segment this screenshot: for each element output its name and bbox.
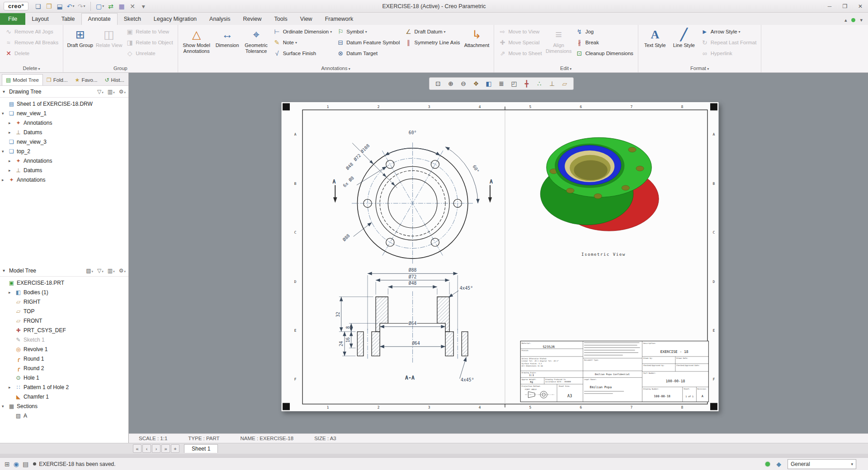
model-tree-item[interactable]: Sketch 1 [0, 335, 128, 344]
datum-feature-symbol-button[interactable]: Datum Feature Symbol [334, 37, 402, 48]
tab-model-tree[interactable]: Model Tree [2, 74, 43, 85]
format-group-label[interactable]: Format [641, 65, 759, 72]
sheet-tab[interactable]: Sheet 1 [184, 444, 218, 453]
ribbon-tab[interactable]: Sketch [118, 13, 147, 25]
zoom-out-button[interactable] [458, 79, 468, 89]
drawing-tree-filter-button[interactable] [97, 89, 104, 95]
undo-button[interactable] [66, 2, 75, 11]
display-settings-button[interactable] [117, 2, 127, 11]
ribbon-tab[interactable]: Annotate [81, 13, 118, 25]
zoom-to-box-button[interactable] [433, 79, 443, 89]
drawing-tree-item[interactable]: new_view_1 [0, 108, 128, 118]
draft-group-button[interactable]: Draft Group [66, 26, 94, 48]
ribbon-tab[interactable]: Analysis [203, 13, 237, 25]
model-tree-columns-button[interactable] [108, 268, 115, 274]
tab-history[interactable]: Hist... [101, 75, 128, 85]
geometric-tolerance-button[interactable]: Geometric Tolerance [242, 26, 271, 54]
move-to-view-button[interactable]: Move to View [496, 26, 544, 37]
drawing-tree-columns-button[interactable] [108, 89, 115, 95]
model-tree-item[interactable]: A [0, 411, 128, 420]
close-button[interactable] [853, 1, 868, 12]
model-tree-item[interactable]: EXERCISE-18.PRT [0, 278, 128, 287]
model-tree-item[interactable]: Round 2 [0, 363, 128, 373]
selection-filter-combobox[interactable]: General [788, 459, 856, 469]
section-letter[interactable]: A [490, 179, 493, 185]
move-to-sheet-button[interactable]: Move to Sheet [496, 48, 544, 59]
title-block[interactable]: Material: S235JR Finish: Unless Otherwis… [520, 341, 708, 402]
note-button[interactable]: Note [271, 37, 335, 48]
dimension-text[interactable]: Ø72 [409, 274, 417, 279]
line-style-button[interactable]: Line Style [670, 26, 698, 48]
relate-to-view-button[interactable]: Relate to View [123, 26, 175, 37]
delete-group-label[interactable]: Delete [2, 65, 61, 72]
graphics-area[interactable]: 1122334455667788AABBCCDDEEFF [129, 73, 868, 443]
dimension-text[interactable]: Ø64 [409, 321, 417, 326]
iso-view-label[interactable]: Isometric View [581, 252, 626, 257]
cleanup-dimensions-button[interactable]: Cleanup Dimensions [573, 48, 636, 59]
message-log-icon[interactable] [23, 461, 28, 468]
plane-display-toggle[interactable] [560, 79, 570, 89]
display-style-button[interactable] [484, 79, 494, 89]
minimize-ribbon-icon[interactable]: ▴ [844, 17, 847, 23]
last-sheet-button[interactable] [161, 444, 170, 453]
dimension-button[interactable]: Dimension [213, 26, 242, 48]
dimension-text[interactable]: 60° [409, 130, 417, 135]
ribbon-tab[interactable]: Legacy Migration [147, 13, 203, 25]
hyperlink-button[interactable]: Hyperlink [698, 48, 759, 59]
selection-filter-button[interactable] [90, 2, 105, 11]
delete-button[interactable]: Delete [2, 48, 61, 59]
previous-sheet-button[interactable] [142, 444, 151, 453]
dimension-text[interactable]: 24 [339, 341, 344, 347]
datum-display-filters-button[interactable] [496, 79, 506, 89]
annotations-group-label[interactable]: Annotations [180, 65, 491, 72]
drawing-tree-item[interactable]: top_2 [0, 146, 128, 156]
text-style-button[interactable]: Text Style [641, 26, 670, 48]
jog-button[interactable]: Jog [573, 26, 636, 37]
break-button[interactable]: Break [573, 37, 636, 48]
tree-expand-arrow[interactable] [9, 290, 14, 295]
web-browser-icon[interactable] [14, 461, 19, 468]
symbol-button[interactable]: Symbol [334, 26, 402, 37]
dimension-text[interactable]: 8 [345, 326, 350, 329]
section-view-label[interactable]: A-A [405, 375, 415, 381]
close-window-button[interactable] [127, 2, 137, 11]
model-tree-item[interactable]: Bodies (1) [0, 287, 128, 297]
ribbon-tab[interactable]: Framework [319, 13, 360, 25]
drawing-tree-collapse-icon[interactable] [3, 89, 9, 94]
dimension-text[interactable]: 4x45° [460, 286, 473, 291]
tree-expand-arrow[interactable] [9, 130, 14, 135]
tree-expand-arrow[interactable] [9, 159, 14, 163]
tree-expand-arrow[interactable] [9, 121, 14, 125]
draft-datum-button[interactable]: Draft Datum [402, 26, 462, 37]
repaint-button[interactable] [471, 79, 481, 89]
model-tree-show-button[interactable] [86, 268, 93, 274]
model-tree-item[interactable]: Hole 1 [0, 373, 128, 382]
remove-all-jogs-button[interactable]: Remove All Jogs [2, 26, 61, 37]
new-sheet-button[interactable] [171, 444, 179, 453]
ribbon-tab[interactable]: Review [237, 13, 268, 25]
tab-folder-browser[interactable]: Fold... [43, 75, 71, 85]
model-tree-item[interactable]: PRT_CSYS_DEF [0, 325, 128, 335]
drawing-tree-item[interactable]: Annotations [0, 156, 128, 165]
ribbon-tab[interactable]: File [0, 13, 25, 25]
model-tree-item[interactable]: Chamfer 1 [0, 392, 128, 401]
relate-to-object-button[interactable]: Relate to Object [123, 37, 175, 48]
model-tree-collapse-icon[interactable] [3, 268, 9, 273]
dimension-text[interactable]: Ø64 [412, 341, 420, 346]
model-tree-filter-button[interactable] [97, 268, 104, 274]
model-tree-item[interactable]: Sections [0, 401, 128, 411]
ribbon-tab[interactable]: Table [55, 13, 81, 25]
tree-expand-arrow[interactable] [2, 149, 8, 154]
tree-expand-arrow[interactable] [2, 111, 8, 116]
active-model-icon[interactable] [776, 461, 781, 468]
edit-group-label[interactable]: Edit [496, 65, 636, 72]
arrow-style-button[interactable]: Arrow Style [698, 26, 759, 37]
model-tree-item[interactable]: Round 1 [0, 354, 128, 363]
csys-display-toggle[interactable] [547, 79, 557, 89]
drawing-tree-item[interactable]: Annotations [0, 175, 128, 184]
save-button[interactable] [55, 2, 65, 11]
model-tree-item[interactable]: TOP [0, 306, 128, 316]
section-letter[interactable]: A [332, 179, 335, 185]
dimension-text[interactable]: 4x45° [461, 377, 474, 382]
tab-favorites[interactable]: Favo... [71, 75, 101, 85]
